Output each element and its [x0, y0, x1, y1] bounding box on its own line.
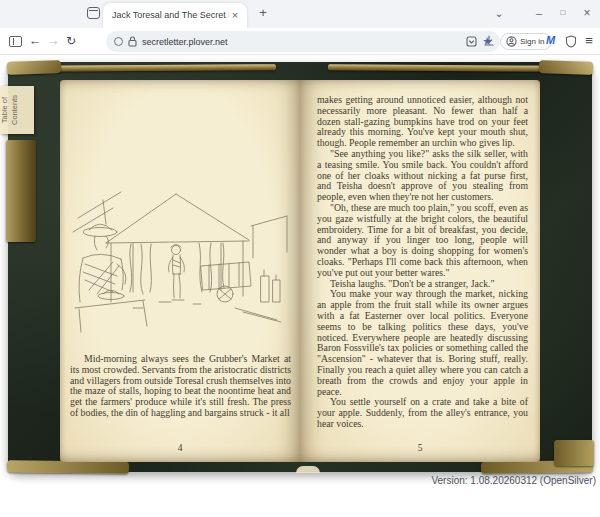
brass-corner: [7, 460, 129, 474]
address-bar[interactable]: secretletter.plover.net ★: [106, 31, 500, 52]
brass-trim: [554, 440, 594, 466]
version-text: Version: 1.08.20260312 (OpenSilver): [431, 475, 596, 486]
downloads-icon[interactable]: [483, 35, 495, 47]
brass-corner: [7, 60, 61, 75]
right-page-text: makes getting around unnoticed easier, a…: [317, 95, 528, 430]
market-illustration: [72, 180, 292, 348]
page-content: Mid-morning always sees the Grubber's Ma…: [0, 55, 600, 517]
url-text[interactable]: secretletter.plover.net: [142, 37, 461, 47]
menu-icon[interactable]: ≡: [581, 28, 597, 54]
extension-m-icon[interactable]: M: [546, 34, 555, 46]
back-button[interactable]: ←: [27, 28, 43, 54]
shield-icon[interactable]: [565, 35, 577, 48]
left-page-number: 4: [60, 443, 300, 453]
right-page-number: 5: [300, 443, 540, 453]
paragraph: "See anything you like?" asks the silk s…: [317, 149, 528, 203]
brass-trim: [26, 64, 276, 72]
brass-corner: [539, 60, 593, 75]
tab-title: Jack Toresal and The Secret Letter: [112, 3, 229, 28]
brass-trim: [328, 64, 568, 72]
book-page-right[interactable]: makes getting around unnoticed easier, a…: [300, 80, 540, 462]
site-info-icon[interactable]: [114, 37, 123, 46]
person-icon: [506, 36, 517, 47]
book-page-left[interactable]: Mid-morning always sees the Grubber's Ma…: [60, 80, 300, 462]
browser-window: Jack Toresal and The Secret Letter × + ⌄…: [0, 0, 600, 517]
tab-close-icon[interactable]: ×: [228, 8, 242, 22]
tab-actions-icon[interactable]: [87, 7, 100, 19]
vertical-tabs-icon[interactable]: [9, 36, 22, 47]
spine-notch: [296, 466, 320, 473]
sign-in-label: Sign in: [520, 37, 544, 46]
tab-bar: Jack Toresal and The Secret Letter × + ⌄…: [0, 0, 600, 28]
minimize-button[interactable]: –: [530, 4, 548, 22]
forward-button: →: [45, 28, 61, 54]
paragraph: You make your way through the market, ni…: [317, 289, 528, 397]
new-tab-button[interactable]: +: [255, 5, 271, 21]
table-of-contents-tab[interactable]: Table of Contents: [0, 86, 34, 134]
chevron-down-icon[interactable]: ⌄: [490, 4, 508, 22]
table-of-contents-label: Table of Contents: [0, 86, 34, 134]
lock-icon: [128, 36, 137, 47]
refresh-button[interactable]: ↻: [63, 28, 79, 54]
brass-clasp: [6, 140, 36, 242]
maximize-button[interactable]: □: [554, 4, 572, 22]
paragraph: You settle yourself on a crate and take …: [317, 397, 528, 429]
paragraph: "Oh, these are much too plain," you scof…: [317, 203, 528, 279]
sign-in-button[interactable]: Sign in: [500, 33, 552, 50]
page-actions-icon[interactable]: [466, 36, 477, 47]
browser-tab[interactable]: Jack Toresal and The Secret Letter ×: [103, 3, 247, 28]
book-cover: Mid-morning always sees the Grubber's Ma…: [8, 62, 592, 472]
close-window-button[interactable]: ×: [578, 4, 596, 22]
left-page-paragraph: Mid-morning always sees the Grubber's Ma…: [70, 354, 291, 419]
paragraph: makes getting around unnoticed easier, a…: [317, 95, 528, 149]
browser-toolbar: ← → ↻ secretletter.plover.net ★: [0, 28, 600, 55]
